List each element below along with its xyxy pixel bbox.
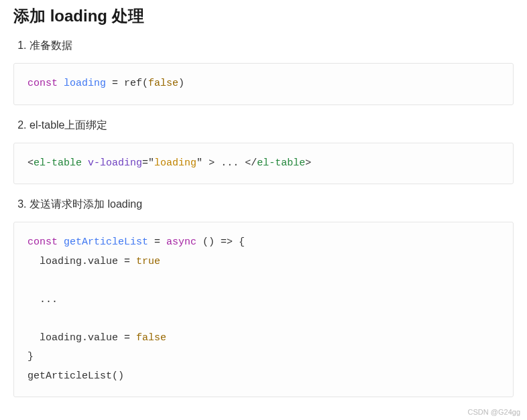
sp — [82, 157, 88, 169]
lparen: ( — [142, 78, 148, 89]
ident-loading: loading — [64, 78, 106, 89]
bool-false: false — [148, 78, 178, 89]
close-brace: } — [27, 351, 34, 362]
kw-const: const — [27, 78, 58, 89]
call-getArticleList: getArticleList() — [27, 370, 124, 382]
tag-el-table-close: el-table — [257, 157, 305, 169]
quote-close: " — [196, 157, 202, 169]
arrow: () => { — [196, 236, 245, 248]
code-block-3: const getArticleList = async () => { loa… — [13, 222, 514, 397]
line-false: loading.value = — [27, 332, 136, 344]
tag-el-table-open: el-table — [34, 157, 82, 169]
code-block-1: const loading = ref(false) — [13, 63, 514, 105]
fn-ref: ref — [124, 78, 142, 89]
bool-false-3: false — [136, 332, 166, 344]
watermark: CSDN @G24gg — [468, 408, 520, 416]
lt: < — [27, 157, 34, 169]
fn-getArticleList: getArticleList — [64, 236, 148, 248]
gt: > — [202, 157, 221, 169]
attr-eq: = — [142, 157, 148, 169]
code-block-2: <el-table v-loading="loading" > ... </el… — [13, 143, 514, 185]
step-2: el-table上面绑定 — [30, 117, 514, 133]
kw-async: async — [166, 236, 196, 248]
line-true: loading.value = — [27, 256, 136, 267]
step-1: 准备数据 — [30, 38, 514, 54]
gt-close: > — [305, 157, 311, 169]
quote-open: " — [148, 157, 154, 169]
rparen: ) — [178, 78, 184, 89]
kw-const-3: const — [27, 236, 58, 248]
lt-close: </ — [239, 157, 257, 169]
attr-v-loading: v-loading — [88, 157, 142, 169]
page-title: 添加 loading 处理 — [13, 5, 514, 27]
dots: ... — [221, 157, 239, 169]
step-3: 发送请求时添加 loading — [30, 196, 514, 212]
eq: = — [106, 78, 124, 89]
str-loading: loading — [154, 157, 196, 169]
bool-true: true — [136, 256, 160, 267]
eq-3: = — [148, 236, 166, 248]
dots-3: ... — [27, 294, 58, 305]
